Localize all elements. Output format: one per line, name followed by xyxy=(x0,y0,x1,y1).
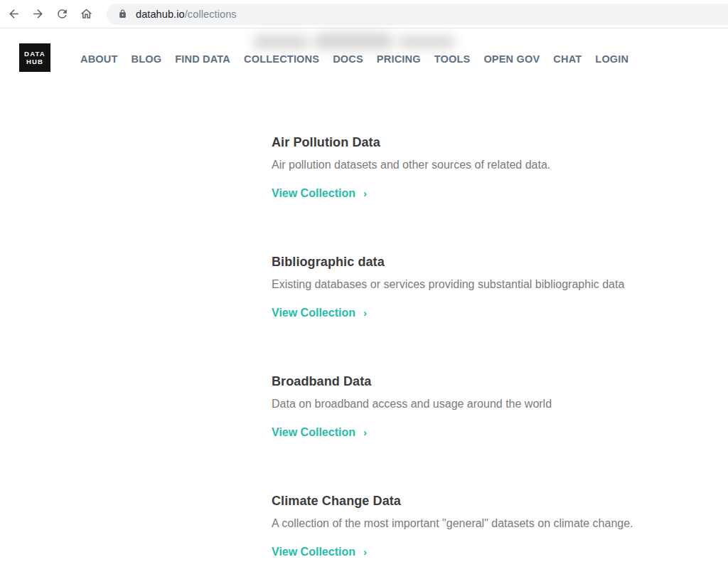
collection-description: Air pollution datasets and other sources… xyxy=(272,158,728,172)
collection-item-climate-change: Climate Change Data A collection of the … xyxy=(272,493,728,559)
browser-forward-button[interactable] xyxy=(26,2,50,26)
view-collection-label: View Collection xyxy=(272,425,355,440)
collection-title: Bibliographic data xyxy=(272,254,728,270)
view-collection-link[interactable]: View Collection› xyxy=(272,425,367,440)
page-content: DATA HUB ABOUT BLOG FIND DATA COLLECTION… xyxy=(0,28,728,567)
collection-title: Air Pollution Data xyxy=(272,134,728,150)
logo-line-2: HUB xyxy=(26,58,43,65)
view-collection-link[interactable]: View Collection› xyxy=(272,545,367,559)
nav-item-collections[interactable]: COLLECTIONS xyxy=(244,53,319,65)
collection-title: Climate Change Data xyxy=(272,493,728,509)
nav-item-docs[interactable]: DOCS xyxy=(333,53,363,65)
nav-item-find-data[interactable]: FIND DATA xyxy=(175,53,230,65)
nav-item-tools[interactable]: TOOLS xyxy=(434,53,471,65)
chevron-right-icon: › xyxy=(363,425,367,440)
collection-description: A collection of the most important "gene… xyxy=(272,516,728,531)
main-navigation: ABOUT BLOG FIND DATA COLLECTIONS DOCS PR… xyxy=(80,53,628,65)
nav-item-login[interactable]: LOGIN xyxy=(595,53,628,65)
collection-title: Broadband Data xyxy=(272,373,728,389)
back-arrow-icon xyxy=(7,7,21,21)
collection-item-broadband: Broadband Data Data on broadband access … xyxy=(272,373,728,440)
view-collection-link[interactable]: View Collection› xyxy=(272,186,367,201)
reload-icon xyxy=(55,7,69,21)
forward-arrow-icon xyxy=(31,7,45,21)
nav-item-blog[interactable]: BLOG xyxy=(132,53,162,65)
nav-item-open-gov[interactable]: OPEN GOV xyxy=(483,53,540,65)
view-collection-link[interactable]: View Collection› xyxy=(272,306,367,320)
url-path: /collections xyxy=(185,9,237,20)
nav-item-pricing[interactable]: PRICING xyxy=(377,53,421,65)
url-host: datahub.io xyxy=(136,9,185,20)
collection-item-bibliographic: Bibliographic data Existing databases or… xyxy=(272,254,728,320)
collection-description: Existing databases or services providing… xyxy=(272,277,728,292)
collection-item-air-pollution: Air Pollution Data Air pollution dataset… xyxy=(272,134,728,201)
collections-list: Air Pollution Data Air pollution dataset… xyxy=(272,134,728,559)
redacted-title-blur xyxy=(246,30,466,55)
nav-item-chat[interactable]: CHAT xyxy=(553,53,582,65)
view-collection-label: View Collection xyxy=(272,545,355,559)
view-collection-label: View Collection xyxy=(272,186,355,201)
home-icon xyxy=(80,7,93,21)
lock-icon xyxy=(118,9,127,18)
collection-description: Data on broadband access and usage aroun… xyxy=(272,397,728,411)
chevron-right-icon: › xyxy=(363,306,367,320)
browser-back-button[interactable] xyxy=(1,2,26,26)
logo-line-1: DATA xyxy=(24,50,46,58)
browser-toolbar: datahub.io/collections xyxy=(0,0,728,28)
view-collection-label: View Collection xyxy=(272,306,355,320)
browser-reload-button[interactable] xyxy=(50,2,74,26)
datahub-logo[interactable]: DATA HUB xyxy=(19,43,50,72)
chevron-right-icon: › xyxy=(363,186,367,201)
nav-item-about[interactable]: ABOUT xyxy=(80,53,118,65)
browser-home-button[interactable] xyxy=(74,2,98,26)
url-text: datahub.io/collections xyxy=(136,9,237,20)
address-bar[interactable]: datahub.io/collections xyxy=(107,4,728,25)
site-header: DATA HUB ABOUT BLOG FIND DATA COLLECTION… xyxy=(0,28,728,72)
chevron-right-icon: › xyxy=(363,545,367,559)
